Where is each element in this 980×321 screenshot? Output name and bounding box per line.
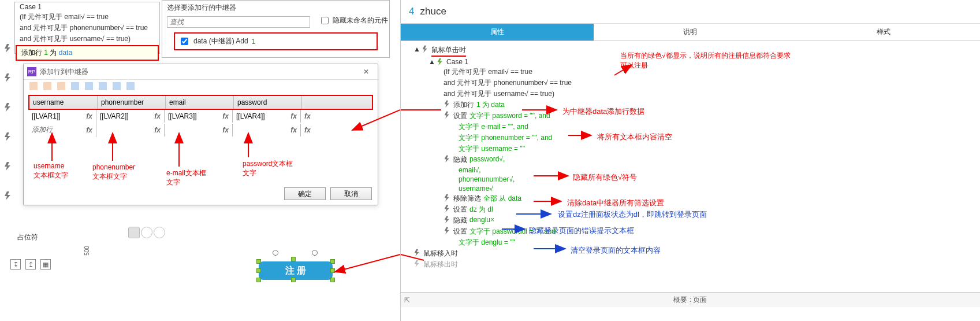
connection-point[interactable] (273, 250, 278, 256)
design-canvas[interactable]: 注 册 (87, 220, 393, 295)
hide-unnamed-cb-input[interactable] (321, 17, 329, 24)
addrow-placeholder[interactable]: 添加行 (32, 125, 53, 135)
fx-icon[interactable]: fx (154, 126, 161, 134)
toolbar-icon[interactable] (113, 82, 121, 90)
toolbar-icon[interactable] (71, 82, 79, 90)
fx-icon[interactable]: fx (86, 126, 92, 134)
fx-icon[interactable]: fx (154, 112, 161, 120)
toolbar-icon[interactable] (57, 82, 65, 90)
fx-icon[interactable]: fx (304, 112, 311, 120)
svg-marker-1 (5, 73, 10, 82)
resize-icon[interactable]: ⇱ (404, 296, 410, 304)
selection-handle[interactable] (291, 257, 296, 261)
toolbar-icon[interactable] (85, 82, 93, 90)
action-set-passworddl[interactable]: 设置 文字于 passworddl = "", and (403, 226, 978, 237)
flash-icon (422, 45, 429, 53)
action-remove-filter[interactable]: 移除筛选 全部 从 data (403, 193, 978, 204)
tab-notes[interactable]: 说明 (594, 24, 787, 41)
repeater-row-checkbox[interactable] (181, 38, 188, 45)
event-mouseleave[interactable]: 鼠标移出时 (403, 259, 978, 270)
selection-handle[interactable] (330, 268, 335, 273)
flash-icon (413, 249, 421, 256)
anno-phonenumber: phonenumber文本框文字 (92, 163, 135, 181)
cell-lvar3[interactable]: [[LVAR3]] (168, 112, 197, 120)
col-email[interactable]: email (166, 96, 234, 109)
cell-lvar1[interactable]: [[LVAR1]] (32, 112, 61, 120)
case-condition-box[interactable]: Case 1 (If 元件可见于 email√ == true and 元件可见… (14, 2, 160, 54)
action-value: password√, (469, 155, 505, 163)
col-extra[interactable] (302, 96, 325, 109)
selection-handle[interactable] (256, 268, 261, 273)
event-mouseenter[interactable]: 鼠标移入时 (403, 248, 978, 259)
toolbar-icon[interactable] (99, 82, 107, 90)
action-set-text[interactable]: 设置 文字于 password = "", and (403, 110, 978, 121)
flash-icon (3, 73, 13, 82)
case-cond: and 元件可见于 username√ == true) (444, 89, 554, 99)
toolbar-icon[interactable] (43, 82, 51, 90)
svg-marker-3 (5, 132, 10, 141)
repeater-search-input[interactable] (167, 16, 310, 28)
register-button-widget[interactable]: 注 册 (259, 261, 333, 280)
collapse-icon[interactable]: ▲ (413, 45, 419, 53)
widget-icon[interactable] (154, 227, 165, 238)
repeater-row-count: 1 (252, 38, 256, 46)
action-prefix: 隐藏 (453, 155, 467, 165)
col-username[interactable]: username (29, 96, 98, 109)
anno-password: password文本框文字 (243, 160, 293, 178)
action-add-row-selected[interactable]: 添加行 1 为 data (16, 45, 159, 61)
widget-icon[interactable] (128, 227, 140, 238)
repeater-data-row[interactable]: data (中继器) Add 1 (174, 32, 378, 50)
col-password[interactable]: password (234, 96, 302, 109)
case-cond-3: and 元件可见于 username√ == true) (15, 34, 159, 45)
cell-lvar4[interactable]: [[LVAR4]] (236, 112, 265, 120)
svg-marker-4 (5, 162, 10, 171)
action-hide[interactable]: 隐藏 password√, (403, 154, 978, 165)
hide-unnamed-label: 隐藏未命名的元件 (333, 16, 388, 25)
flash-icon (444, 216, 451, 223)
close-icon[interactable]: ✕ (358, 67, 374, 77)
fx-icon[interactable]: fx (86, 112, 92, 120)
cell-lvar2[interactable]: [[LVAR2]] (100, 112, 129, 120)
fx-icon[interactable]: fx (290, 126, 297, 134)
table-header-row: username phonenumber email password (28, 95, 373, 110)
case-title: Case 1 (15, 2, 159, 12)
fx-icon[interactable]: fx (222, 112, 229, 120)
selection-handle[interactable] (291, 278, 296, 282)
case-icon (437, 58, 444, 65)
action-value: dz 为 dl (469, 205, 493, 215)
flash-icon (444, 227, 451, 234)
cancel-button[interactable]: 取消 (330, 187, 372, 200)
flash-icon (3, 43, 13, 53)
import-icon[interactable]: ↧ (10, 259, 21, 270)
hide-unnamed-checkbox[interactable]: 隐藏未命名的元件 (319, 15, 388, 26)
col-phonenumber[interactable]: phonenumber (98, 96, 166, 109)
export-icon[interactable]: ↥ (25, 259, 36, 270)
selection-handle[interactable] (330, 278, 335, 282)
table-row-addnew[interactable]: 添加行fx fx fx fx fx (28, 123, 373, 137)
svg-marker-14 (438, 58, 442, 65)
dialog-titlebar[interactable]: RP 添加行到中继器 ✕ (24, 64, 378, 80)
selection-handle[interactable] (256, 278, 261, 282)
outline-panel-header[interactable]: ⇱ 概要 : 页面 (401, 292, 980, 307)
ok-button[interactable]: 确定 (284, 187, 326, 200)
tab-style[interactable]: 样式 (787, 24, 980, 41)
toolbar-icon[interactable] (126, 82, 135, 90)
repeater-panel-title: 选择要添加行的中继器 (162, 1, 389, 15)
interactions-tree[interactable]: ▲ 鼠标单击时 ▲ Case 1 (If 元件可见于 email√ == tru… (401, 41, 980, 274)
action-add-row[interactable]: 添加行 1 为 data (403, 99, 978, 110)
tab-properties[interactable]: 属性 (401, 24, 594, 41)
selection-handle[interactable] (330, 259, 335, 264)
collapse-icon[interactable]: ▲ (428, 58, 434, 66)
connection-point[interactable] (312, 250, 318, 256)
fx-icon[interactable]: fx (222, 126, 229, 134)
flash-icon (444, 100, 451, 108)
grid-icon[interactable]: ▦ (40, 259, 51, 270)
selection-handle[interactable] (256, 259, 261, 264)
toolbar-icon[interactable] (29, 82, 38, 90)
action-prefix: 设置 (453, 111, 467, 121)
fx-icon[interactable]: fx (304, 126, 311, 134)
fx-icon[interactable]: fx (290, 112, 297, 120)
table-row[interactable]: [[LVAR1]]fx [[LVAR2]]fx [[LVAR3]]fx [[LV… (28, 110, 373, 123)
svg-marker-22 (415, 249, 419, 256)
widget-icon[interactable] (141, 227, 152, 238)
